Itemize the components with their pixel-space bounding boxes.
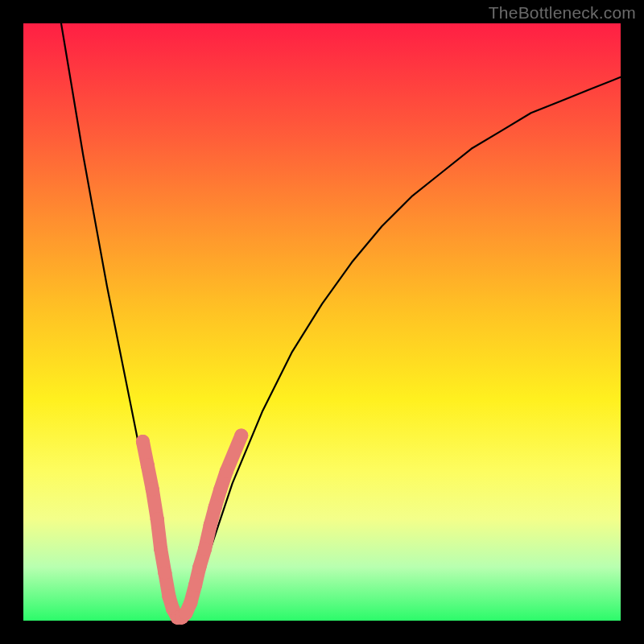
bottleneck-curve [60,11,621,621]
watermark-text: TheBottleneck.com [489,3,636,23]
marker-dot [141,459,155,473]
marker-dot [184,596,197,609]
marker-dot [204,518,217,532]
marker-dot [208,501,222,514]
chart-svg [23,23,621,621]
chart-plot-area [23,23,621,621]
marker-dot [151,512,164,526]
marker-dot [146,482,159,496]
marker-dot [234,429,248,443]
marker-dot [220,464,233,478]
highlight-markers [136,429,248,625]
marker-dot [213,482,227,496]
marker-dot [163,590,176,604]
marker-dot [192,560,206,574]
marker-dot [188,578,202,592]
marker-dot [198,543,212,556]
marker-dot [136,435,150,448]
marker-dot [154,543,167,556]
marker-dot [158,566,171,580]
